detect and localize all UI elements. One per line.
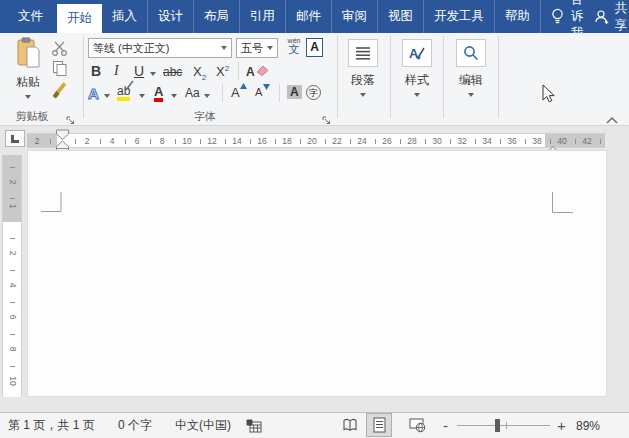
- strikethrough-button[interactable]: abc: [163, 65, 182, 79]
- cut-button[interactable]: [51, 40, 68, 61]
- zoom-slider-center-tick: [506, 422, 507, 429]
- grow-font-arrow-icon: [240, 83, 247, 89]
- macro-record-icon[interactable]: [246, 413, 262, 438]
- paste-button[interactable]: 粘贴: [6, 37, 50, 99]
- ruler-number: 38: [530, 136, 544, 146]
- share-label: 共享: [615, 0, 628, 34]
- paste-clipboard-icon: [16, 37, 41, 72]
- word-count-status[interactable]: 0 个字: [118, 413, 152, 438]
- read-mode-button[interactable]: [337, 413, 363, 437]
- tab-home[interactable]: 开始: [57, 4, 102, 33]
- underline-dropdown-arrow[interactable]: [150, 72, 156, 76]
- tab-file[interactable]: 文件: [4, 0, 57, 33]
- tab-stop-l-icon: [11, 135, 19, 143]
- shrink-font-button[interactable]: A: [255, 86, 262, 98]
- highlight-color-button[interactable]: ab: [117, 84, 130, 98]
- clear-formatting-button[interactable]: A: [246, 62, 269, 80]
- tab-developer[interactable]: 开发工具: [423, 0, 494, 33]
- document-page[interactable]: [27, 150, 607, 397]
- zoom-out-button[interactable]: -: [443, 413, 448, 438]
- highlight-dropdown-arrow[interactable]: [139, 94, 145, 98]
- ruler-tick: [10, 167, 15, 168]
- bold-button[interactable]: B: [91, 63, 101, 79]
- font-name-dropdown-arrow: [221, 46, 227, 50]
- share-button[interactable]: 共享: [594, 0, 628, 33]
- tell-me-box[interactable]: 告诉我: [540, 0, 594, 33]
- ruler-number: 42: [580, 136, 594, 146]
- web-layout-button[interactable]: [404, 413, 430, 437]
- group-separator: [443, 36, 444, 118]
- ruler-number: 18: [280, 136, 294, 146]
- ruler-number: 12: [205, 136, 219, 146]
- editing-group-button[interactable]: 编辑: [449, 39, 493, 97]
- lightbulb-icon: [551, 8, 564, 25]
- language-status[interactable]: 中文(中国): [175, 413, 231, 438]
- page-number-status[interactable]: 第 1 页，共 1 页: [8, 413, 95, 438]
- font-color-button[interactable]: A: [154, 84, 163, 99]
- tab-layout[interactable]: 布局: [193, 0, 239, 33]
- tab-mailings[interactable]: 邮件: [285, 0, 331, 33]
- subscript-button[interactable]: X2: [193, 64, 206, 82]
- tab-design[interactable]: 设计: [147, 0, 193, 33]
- ruler-number: 32: [455, 136, 469, 146]
- font-size-combo[interactable]: 五号: [236, 38, 278, 58]
- superscript-base: X: [216, 64, 225, 79]
- ruler-number: 36: [505, 136, 519, 146]
- zoom-level[interactable]: 89%: [576, 413, 600, 438]
- tab-help[interactable]: 帮助: [494, 0, 540, 33]
- tab-review[interactable]: 审阅: [331, 0, 377, 33]
- ruler-tick: [50, 139, 51, 144]
- print-layout-button[interactable]: [366, 413, 392, 437]
- ruler-number: 14: [230, 136, 244, 146]
- paragraph-lines-icon: [348, 39, 378, 67]
- tab-references[interactable]: 引用: [239, 0, 285, 33]
- change-case-button[interactable]: Aa: [185, 86, 200, 100]
- margin-corner-mark-topright: [551, 191, 574, 214]
- eraser-icon: [256, 64, 269, 76]
- copy-button[interactable]: [52, 60, 68, 81]
- ribbon: 粘贴 剪贴板 等线 (中文正文): [0, 33, 629, 126]
- styles-group-button[interactable]: A 样式: [395, 39, 439, 97]
- underline-button[interactable]: U: [134, 63, 144, 79]
- ruler-tick: [225, 139, 226, 144]
- italic-button[interactable]: I: [114, 63, 119, 79]
- ruler-tick: [10, 366, 15, 367]
- font-group-label: 字体: [160, 109, 250, 124]
- ruler-tick: [525, 139, 526, 144]
- tab-stop-selector[interactable]: [5, 130, 25, 147]
- horizontal-ruler[interactable]: 224681012141618202224262830323436384042: [27, 133, 605, 148]
- superscript-button[interactable]: X2: [216, 64, 229, 79]
- ruler-tick: [500, 139, 501, 144]
- tab-insert[interactable]: 插入: [102, 0, 147, 33]
- ruler-tick: [125, 139, 126, 144]
- font-color-dropdown-arrow[interactable]: [171, 94, 177, 98]
- text-effects-dropdown-arrow[interactable]: [104, 94, 110, 98]
- tab-view[interactable]: 视图: [377, 0, 423, 33]
- ruler-tick: [575, 139, 576, 144]
- format-painter-button[interactable]: [51, 80, 69, 104]
- character-border-button[interactable]: A: [306, 38, 323, 57]
- ruler-tick: [10, 270, 15, 271]
- vertical-ruler[interactable]: 21246810: [2, 155, 22, 397]
- change-case-dropdown-arrow[interactable]: [204, 94, 210, 98]
- ruler-number: 10: [8, 374, 18, 388]
- editing-dropdown-arrow: [468, 93, 474, 97]
- enclose-characters-button[interactable]: 字: [306, 85, 321, 100]
- font-name-combo[interactable]: 等线 (中文正文): [88, 38, 232, 58]
- ruler-number: 20: [305, 136, 319, 146]
- paragraph-group-button[interactable]: 段落: [341, 39, 385, 97]
- text-effects-button[interactable]: A: [88, 85, 99, 102]
- ruler-number: 8: [155, 136, 169, 146]
- zoom-slider-thumb[interactable]: [495, 419, 500, 432]
- grow-font-button[interactable]: A: [231, 85, 240, 100]
- zoom-slider[interactable]: [457, 413, 550, 438]
- ruler-number: 6: [8, 310, 18, 324]
- phonetic-guide-button[interactable]: wén 文: [285, 37, 303, 55]
- zoom-in-button[interactable]: +: [557, 413, 566, 438]
- highlight-color-bar: [117, 97, 130, 101]
- character-shading-button[interactable]: A: [287, 85, 302, 99]
- ribbon-tab-bar: 文件 开始 插入 设计 布局 引用 邮件 审阅 视图 开发工具 帮助 告诉我 共…: [0, 0, 629, 33]
- font-name-value: 等线 (中文正文): [93, 41, 221, 56]
- ruler-tick: [200, 139, 201, 144]
- status-bar: 第 1 页，共 1 页 0 个字 中文(中国): [0, 412, 629, 438]
